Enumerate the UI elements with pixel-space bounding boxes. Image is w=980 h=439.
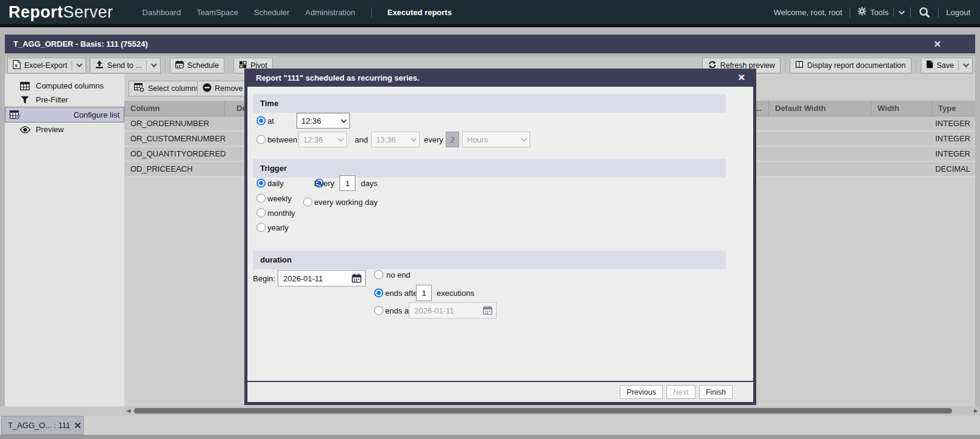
eye-icon: [19, 126, 30, 133]
nav-dashboard[interactable]: Dashboard: [143, 8, 181, 17]
executions-label: executions: [437, 288, 474, 297]
sidebar-item-label: Pre-Filter: [36, 95, 68, 104]
dialog-title: Report "111" scheduled as recurring seri…: [256, 73, 420, 82]
bottom-strip: [0, 435, 980, 439]
scroll-left-icon[interactable]: ◀: [124, 406, 133, 415]
between-to-value: 13:36: [376, 135, 396, 144]
computed-columns-icon: [19, 82, 30, 90]
nav-administration[interactable]: Administration: [305, 8, 355, 17]
reportserver-logo[interactable]: ReportServer: [8, 3, 113, 22]
sidebar-item-computed-columns[interactable]: Computed columns: [5, 79, 124, 93]
finish-button[interactable]: Finish: [699, 385, 733, 399]
column-type-cell: DECIMAL: [935, 162, 970, 176]
nav-right: Welcome, root, root Tools Logout: [774, 6, 970, 19]
nav-teamspace[interactable]: TeamSpace: [196, 8, 238, 17]
button-divider: [146, 61, 147, 70]
time-section-heading: Time: [253, 94, 726, 113]
column-header-width[interactable]: Width: [871, 101, 932, 116]
welcome-text: Welcome, root, root: [774, 8, 842, 17]
radio-no-end[interactable]: [374, 270, 383, 280]
radio-monthly[interactable]: [257, 209, 266, 218]
calendar-icon: [483, 306, 492, 315]
dialog-footer: Previous Next Finish: [247, 382, 753, 402]
nav-separator: [371, 7, 372, 18]
schedule-button[interactable]: Schedule: [170, 58, 224, 73]
column-header-default-width[interactable]: Default Width: [769, 101, 871, 116]
logout-link[interactable]: Logout: [946, 8, 970, 17]
send-to-label: Send to ...: [107, 61, 142, 70]
minus-circle-icon: [203, 83, 212, 94]
between-from-select: 12:36: [298, 132, 347, 147]
days-label: days: [361, 179, 377, 188]
dialog-titlebar: Report "111" scheduled as recurring seri…: [247, 69, 753, 87]
interval-input: [446, 132, 459, 147]
column-name-cell: OR_ORDERNUMBER: [130, 116, 209, 131]
chevron-down-icon: [521, 136, 527, 142]
chevron-down-icon: [338, 136, 344, 142]
radio-at[interactable]: [257, 116, 266, 126]
next-button: Next: [666, 385, 696, 399]
radio-ends-at[interactable]: [374, 306, 383, 315]
interval-unit-select: Hours: [462, 132, 530, 147]
executions-input[interactable]: [416, 284, 432, 301]
save-button[interactable]: Save: [921, 58, 973, 73]
excel-export-label: Excel-Export: [24, 61, 67, 70]
end-date-input: [409, 306, 483, 315]
dialog-close-icon[interactable]: ✕: [737, 72, 745, 83]
previous-button[interactable]: Previous: [620, 385, 663, 399]
main-nav: Dashboard TeamSpace Scheduler Administra…: [143, 7, 452, 18]
chevron-down-icon[interactable]: [899, 8, 905, 15]
save-file-icon: [926, 60, 933, 70]
sidebar-item-configure-list[interactable]: Configure list: [5, 107, 124, 122]
days-input[interactable]: [340, 175, 355, 191]
chevron-down-icon[interactable]: [963, 61, 969, 67]
radio-daily[interactable]: [257, 179, 266, 188]
filter-icon: [19, 96, 30, 104]
top-navbar: ReportServer Dashboard TeamSpace Schedul…: [0, 0, 980, 24]
nav-scheduler[interactable]: Scheduler: [254, 8, 290, 17]
tab-close-icon[interactable]: ✕: [74, 420, 82, 431]
sidebar-item-preview[interactable]: Preview: [5, 122, 124, 136]
button-divider: [72, 61, 72, 70]
excel-export-button[interactable]: x Excel-Export: [7, 58, 86, 73]
display-documentation-label: Display report documentation: [807, 61, 906, 70]
tools-menu[interactable]: Tools: [858, 7, 903, 18]
chevron-down-icon[interactable]: [151, 61, 157, 67]
column-header-type[interactable]: Type: [932, 101, 975, 116]
chevron-down-icon[interactable]: [76, 61, 82, 67]
nav-executed-reports[interactable]: Executed reports: [388, 8, 452, 17]
column-type-cell: INTEGER: [935, 116, 970, 131]
horizontal-scrollbar[interactable]: ◀ ▶: [124, 406, 980, 415]
tools-label: Tools: [870, 8, 888, 17]
between-label: between: [267, 135, 297, 144]
radio-between[interactable]: [257, 135, 266, 144]
at-time-select[interactable]: 12:36: [297, 113, 350, 129]
select-columns-button[interactable]: Select columns: [129, 81, 205, 96]
logo-bold: Report: [8, 3, 63, 21]
every-label: every: [424, 135, 443, 144]
report-sidebar: Computed columns Pre-Filter Configure li…: [5, 74, 124, 406]
scrollbar-thumb[interactable]: [134, 408, 952, 414]
select-columns-label: Select columns: [148, 84, 200, 93]
sidebar-item-label: Preview: [36, 125, 64, 134]
ends-after-label: ends after: [385, 288, 420, 297]
yearly-label: yearly: [267, 223, 289, 232]
save-label: Save: [937, 61, 955, 70]
column-type-cell: INTEGER: [935, 132, 970, 146]
calendar-icon: [175, 60, 184, 70]
report-tab[interactable]: T_AGG_O... : 111 ✕: [1, 416, 84, 435]
display-documentation-button[interactable]: Display report documentation: [790, 58, 911, 73]
sidebar-item-pre-filter[interactable]: Pre-Filter: [5, 93, 124, 107]
column-name-cell: OD_PRICEEACH: [130, 162, 193, 176]
scroll-right-icon[interactable]: ▶: [972, 406, 980, 415]
radio-ends-after[interactable]: [374, 288, 383, 297]
radio-yearly[interactable]: [257, 223, 266, 232]
bottom-tabbar: T_AGG_O... : 111 ✕: [0, 416, 980, 435]
scheduler-dialog: Report "111" scheduled as recurring seri…: [244, 69, 756, 405]
send-to-button[interactable]: Send to ...: [90, 58, 161, 73]
column-header-column[interactable]: Column: [124, 101, 225, 116]
at-label: at: [267, 116, 274, 126]
interval-unit-value: Hours: [467, 135, 488, 144]
search-icon[interactable]: [918, 6, 931, 19]
window-close-icon[interactable]: ✕: [933, 39, 941, 50]
